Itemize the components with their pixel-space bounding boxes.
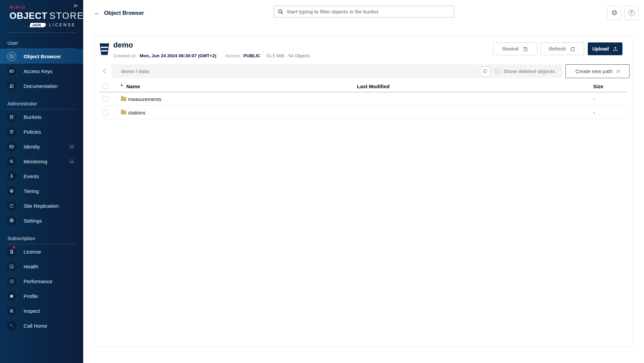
- breadcrumb[interactable]: demo / data: [121, 68, 149, 74]
- sidebar-item-health[interactable]: Health: [0, 259, 83, 274]
- sidebar-item-object-browser[interactable]: Object Browser: [0, 49, 83, 64]
- sidebar-item-call-home[interactable]: Call Home: [0, 318, 83, 333]
- sidebar-item-performance[interactable]: Performance: [0, 274, 83, 289]
- inspect-icon: [7, 306, 16, 316]
- create-new-path-button[interactable]: Create new path ://: [566, 64, 630, 78]
- sidebar-item-label: Tiering: [24, 188, 39, 194]
- sidebar-item-label: Call Home: [24, 323, 47, 329]
- sidebar-item-license[interactable]: License: [0, 244, 83, 259]
- identity-icon: [7, 142, 16, 151]
- sidebar: MINIO OBJECTSTORE AGPL LICENSE User Obje…: [0, 0, 83, 363]
- table-row[interactable]: measurements -: [99, 92, 627, 106]
- object-name[interactable]: stations: [128, 109, 146, 115]
- table-row[interactable]: stations -: [99, 106, 627, 119]
- app-logo: MINIO OBJECTSTORE AGPL LICENSE: [0, 0, 83, 30]
- help-button[interactable]: ?: [624, 6, 639, 20]
- sidebar-item-policies[interactable]: Policies: [0, 124, 83, 139]
- sidebar-item-label: Object Browser: [24, 54, 61, 59]
- help-icon: ?: [629, 10, 635, 16]
- show-deleted-toggle[interactable]: Show deleted objects: [495, 68, 555, 74]
- column-header-name[interactable]: Name: [126, 84, 140, 89]
- show-deleted-label: Show deleted objects: [504, 68, 555, 74]
- copy-path-button[interactable]: [480, 66, 490, 76]
- rewind-icon: [522, 46, 528, 52]
- settings-gear-button[interactable]: ⚙: [607, 6, 621, 20]
- show-deleted-checkbox[interactable]: [495, 68, 501, 74]
- documentation-icon: [7, 81, 16, 91]
- column-header-last-modified: Last Modified: [357, 84, 390, 89]
- profile-icon: [7, 292, 16, 301]
- folder-icon: [121, 97, 126, 101]
- sidebar-item-tiering[interactable]: Tiering: [0, 184, 83, 198]
- section-title-subscription: Subscription: [0, 228, 83, 241]
- section-title-administrator: Administrator: [0, 93, 83, 106]
- sidebar-item-label: Health: [24, 264, 38, 269]
- sidebar-item-label: Site Replication: [24, 203, 59, 209]
- upload-icon: [613, 46, 618, 52]
- rewind-button[interactable]: Rewind: [493, 42, 538, 55]
- sidebar-item-label: Policies: [24, 129, 41, 135]
- sidebar-item-label: Identity: [24, 144, 40, 150]
- bucket-card: demo Created on: Mon, Jun 24 2024 08:30:…: [94, 36, 633, 347]
- access-label: Access:: [225, 53, 241, 58]
- copy-icon: [483, 69, 487, 74]
- object-filter-searchbox: [274, 6, 454, 18]
- bucket-name: demo: [113, 41, 133, 50]
- sidebar-item-settings[interactable]: ⚙ Settings: [0, 213, 83, 228]
- policies-icon: [7, 127, 16, 136]
- sort-ascending-icon[interactable]: ▲: [120, 83, 123, 87]
- tiering-icon: [7, 187, 16, 196]
- sidebar-item-label: Performance: [24, 278, 53, 284]
- chevron-left-icon[interactable]: [101, 67, 108, 75]
- sidebar-item-label: Documentation: [24, 83, 58, 89]
- column-header-size: Size: [593, 84, 603, 89]
- breadcrumb-strip: demo / data Show deleted objects: [111, 64, 562, 78]
- sidebar-item-documentation[interactable]: Documentation: [0, 78, 83, 93]
- settings-gear-icon: ⚙: [7, 216, 16, 225]
- back-arrow-icon[interactable]: ←: [94, 9, 100, 16]
- minio-brand-text: MINIO: [9, 5, 76, 10]
- sidebar-item-label: Access Keys: [24, 68, 53, 74]
- sidebar-item-label: Events: [24, 173, 39, 179]
- performance-icon: [7, 277, 16, 286]
- refresh-icon: [570, 46, 576, 52]
- buckets-icon: [7, 112, 16, 122]
- collapse-sidebar-icon[interactable]: [72, 2, 80, 9]
- sidebar-item-label: Monitoring: [24, 159, 47, 164]
- health-icon: [7, 262, 16, 271]
- chevron-down-icon[interactable]: [69, 144, 74, 149]
- bucket-meta: Created on: Mon, Jun 24 2024 08:30:07 (G…: [114, 53, 310, 58]
- refresh-button[interactable]: Refresh: [541, 42, 584, 55]
- chevron-down-icon[interactable]: [69, 159, 74, 164]
- sidebar-item-access-keys[interactable]: Access Keys: [0, 64, 83, 78]
- object-name[interactable]: measurements: [128, 96, 161, 102]
- app-title: OBJECTSTORE: [9, 11, 76, 21]
- notification-dot: [12, 246, 15, 249]
- path-icon: ://: [616, 69, 620, 74]
- sidebar-item-inspect[interactable]: Inspect: [0, 303, 83, 318]
- sidebar-item-profile[interactable]: Profile: [0, 289, 83, 303]
- sidebar-item-label: Settings: [24, 218, 42, 224]
- gear-icon: ⚙: [611, 9, 618, 17]
- sidebar-item-events[interactable]: λ Events: [0, 169, 83, 184]
- access-keys-icon: [7, 67, 16, 76]
- agpl-badge: AGPL: [29, 23, 46, 27]
- path-toolbar: demo / data Show deleted objects Create …: [99, 64, 627, 78]
- sidebar-item-site-replication[interactable]: Site Replication: [0, 198, 83, 213]
- select-all-checkbox[interactable]: [102, 84, 108, 89]
- upload-button[interactable]: Upload: [588, 42, 622, 55]
- object-size: -: [593, 96, 595, 102]
- sidebar-item-identity[interactable]: Identity: [0, 139, 83, 154]
- page-header: ← Object Browser: [94, 9, 144, 16]
- events-icon: λ: [7, 172, 16, 181]
- row-checkbox[interactable]: [102, 109, 108, 115]
- row-checkbox[interactable]: [102, 96, 108, 102]
- sidebar-item-label: Inspect: [24, 308, 40, 314]
- license-text: LICENSE: [49, 23, 76, 27]
- sidebar-item-buckets[interactable]: Buckets: [0, 109, 83, 124]
- bucket-icon: [99, 43, 110, 56]
- search-input[interactable]: [287, 9, 450, 14]
- monitoring-icon: [7, 157, 16, 166]
- sidebar-item-monitoring[interactable]: Monitoring: [0, 154, 83, 169]
- main-content: ← Object Browser ⚙ ? demo Created on: Mo…: [83, 0, 644, 363]
